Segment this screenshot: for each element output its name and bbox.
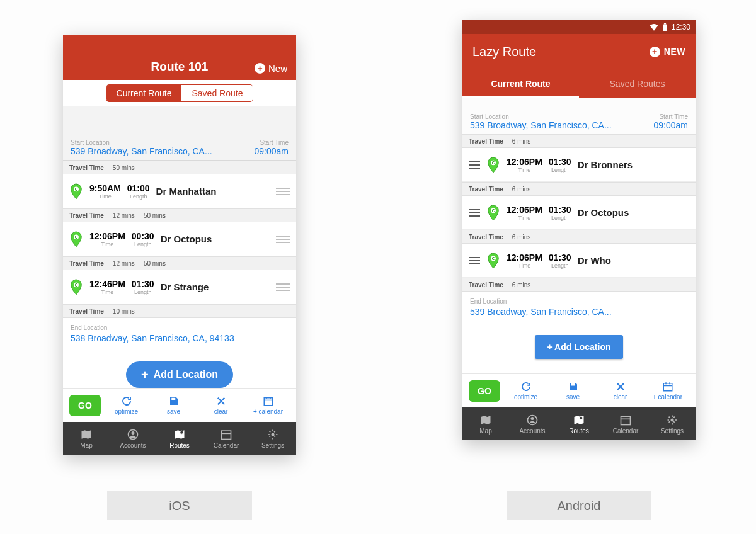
start-location-value[interactable]: 539 Broadway, San Francisco, CA... (470, 120, 612, 130)
start-time-value[interactable]: 09:00am (255, 146, 289, 156)
pin-icon: C (486, 253, 500, 269)
drag-handle-icon[interactable] (276, 188, 290, 195)
travel-time-row: Travel Time6 mins (462, 134, 696, 148)
tab-saved-routes[interactable]: Saved Routes (579, 69, 696, 98)
time-sublabel: Time (507, 215, 542, 221)
tab-map[interactable]: Map (462, 407, 509, 440)
travel-time-value: 6 mins (512, 186, 530, 193)
stop-row[interactable]: C 9:50AMTime 01:00Length Dr Manhattan (63, 174, 296, 208)
plus-icon: + (141, 368, 149, 382)
android-phone: 12:30 Lazy Route + NEW Current Route Sav… (462, 20, 696, 440)
new-button[interactable]: + NEW (650, 47, 685, 57)
tab-label: Map (479, 428, 491, 435)
tab-label: Map (80, 442, 92, 449)
travel-time-row: Travel Time 50 mins (63, 161, 296, 174)
svg-point-27 (671, 418, 674, 421)
travel-time-label: Travel Time (69, 164, 104, 171)
clear-button[interactable]: clear (598, 381, 642, 401)
optimize-button[interactable]: optimize (105, 395, 148, 415)
pin-icon: C (69, 279, 83, 295)
go-button[interactable]: GO (469, 380, 500, 402)
travel-time-value: 12 mins (113, 260, 135, 267)
calendar-icon (619, 414, 633, 426)
start-time-value[interactable]: 09:00am (654, 120, 688, 130)
travel-time-value: 6 mins (512, 234, 530, 241)
stop-row[interactable]: C 12:06PMTime 01:30Length Dr Octopus (462, 196, 696, 230)
accounts-icon (525, 414, 539, 426)
time-sublabel: Time (507, 263, 542, 269)
map-icon (79, 428, 93, 441)
tab-accounts[interactable]: Accounts (110, 422, 156, 455)
go-button[interactable]: GO (69, 395, 101, 416)
clear-button[interactable]: clear (199, 395, 243, 415)
tab-label: Accounts (120, 442, 146, 449)
travel-time-label: Travel Time (469, 234, 503, 241)
end-location-value[interactable]: 538 Broadway, San Francisco, CA, 94133 (71, 333, 234, 343)
android-header: Lazy Route + NEW Current Route Saved Rou… (462, 34, 696, 98)
start-location-value[interactable]: 539 Broadway, San Francisco, CA... (71, 146, 212, 156)
optimize-label: optimize (115, 408, 138, 415)
stop-row[interactable]: C 12:06PMTime 01:30Length Dr Who (462, 244, 696, 278)
action-row: GO optimize save clear + calendar (63, 388, 296, 422)
routes-icon (173, 428, 186, 441)
stop-row[interactable]: C 12:46PMTime 01:30Length Dr Strange (63, 270, 296, 304)
end-location-label: End Location (71, 324, 289, 331)
tab-settings[interactable]: Settings (649, 407, 696, 440)
stop-row[interactable]: C 12:06PMTime 00:30Length Dr Octopus (63, 222, 296, 256)
travel-time-row: Travel Time6 mins (462, 278, 696, 292)
plus-icon: + (650, 47, 660, 57)
optimize-button[interactable]: optimize (504, 381, 547, 401)
optimize-icon (520, 381, 532, 392)
pin-icon: C (69, 183, 83, 200)
travel-time-value: 10 mins (113, 308, 135, 315)
svg-text:C: C (492, 161, 495, 165)
stop-row[interactable]: C 12:06PMTime 01:30Length Dr Bronners (462, 148, 696, 182)
stop-name: Dr Strange (161, 281, 270, 292)
segment-saved-route[interactable]: Saved Route (181, 85, 253, 101)
battery-icon (662, 23, 668, 31)
calendar-add-button[interactable]: + calendar (246, 395, 290, 415)
drag-handle-icon[interactable] (469, 209, 480, 217)
page-title: Lazy Route (472, 45, 536, 59)
start-location-label: Start Location (71, 139, 212, 146)
calendar-icon (219, 428, 233, 441)
ios-header: Route 101 + New (63, 35, 296, 80)
tab-calendar[interactable]: Calendar (203, 422, 249, 455)
tab-accounts[interactable]: Accounts (509, 407, 556, 440)
svg-rect-21 (571, 383, 575, 386)
save-label: save (167, 408, 180, 415)
time-sublabel: Time (89, 193, 121, 200)
drag-handle-icon[interactable] (469, 257, 480, 264)
tab-routes[interactable]: Routes (156, 422, 203, 455)
tab-current-route[interactable]: Current Route (462, 69, 579, 98)
drag-handle-icon[interactable] (469, 161, 480, 169)
drag-handle-icon[interactable] (276, 236, 290, 243)
tab-label: Calendar (613, 428, 639, 435)
drag-handle-icon[interactable] (276, 283, 290, 291)
add-location-button[interactable]: + Add Location (535, 335, 624, 359)
accounts-icon (126, 428, 140, 441)
new-button[interactable]: + New (255, 63, 287, 74)
add-location-button[interactable]: + Add Location (126, 361, 233, 388)
save-label: save (566, 394, 580, 401)
calendar-icon (263, 395, 274, 407)
length-sublabel: Length (127, 193, 150, 200)
gear-icon (266, 428, 280, 441)
pin-icon: C (69, 231, 83, 247)
tab-routes[interactable]: Routes (556, 407, 602, 440)
stop-length: 00:30 (132, 231, 154, 241)
clear-icon (215, 395, 227, 407)
save-button[interactable]: save (551, 381, 595, 401)
stops-list: Travel Time6 mins C 12:06PMTime 01:30Len… (462, 134, 696, 292)
segment-current-route[interactable]: Current Route (106, 85, 182, 101)
calendar-add-button[interactable]: + calendar (646, 381, 689, 401)
svg-rect-6 (171, 398, 175, 401)
tab-calendar[interactable]: Calendar (602, 407, 649, 440)
tab-map[interactable]: Map (63, 422, 110, 455)
tab-strip: Current Route Saved Routes (462, 69, 696, 98)
tab-settings[interactable]: Settings (249, 422, 296, 455)
save-button[interactable]: save (152, 395, 195, 415)
time-sublabel: Time (507, 167, 542, 173)
tab-label: Routes (169, 442, 190, 449)
end-location-value[interactable]: 539 Broadway, San Francisco, CA... (470, 307, 612, 317)
